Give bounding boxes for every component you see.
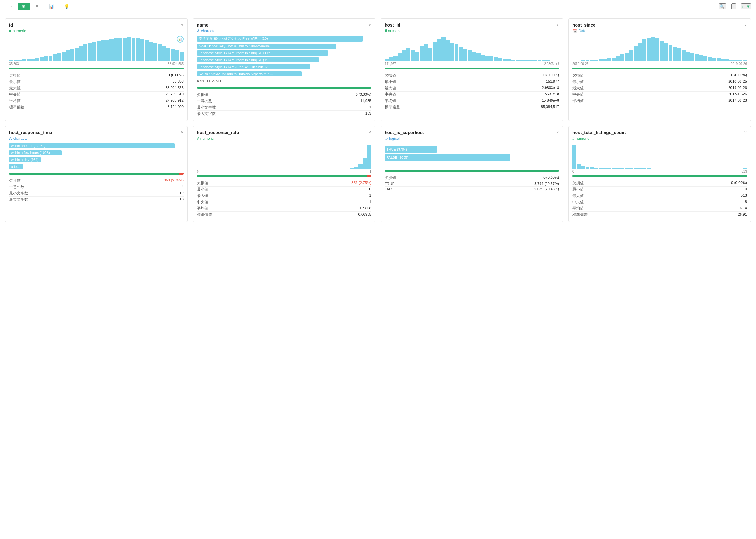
export-btn[interactable]: ↓ ▼ (741, 3, 751, 10)
tab-analytics[interactable]: 💡 (60, 3, 74, 10)
tab-summary[interactable]: ⊞ (18, 3, 30, 10)
histogram-bar (35, 58, 39, 61)
stats-row: 最大値1 (197, 193, 371, 199)
stats-value: 18 (180, 197, 184, 202)
histogram-bar (419, 46, 424, 61)
chevron-down-icon[interactable]: ∨ (181, 130, 184, 134)
stats-value: 26.91 (738, 212, 747, 217)
stats-label: 平均値 (385, 99, 396, 103)
stats-row: 最大値38,924,565 (9, 85, 184, 92)
histogram-bar (629, 168, 633, 169)
search-columns-btn[interactable]: 🔍 (719, 3, 726, 10)
col-title: host_is_superhost (385, 130, 424, 135)
chart-icon-btn[interactable]: 📊 (177, 36, 184, 42)
tab-table[interactable]: ⊞ (32, 3, 44, 10)
bar-label: Japanese Style TATAMI room in Shinjuku /… (197, 50, 328, 55)
histogram-bar (48, 55, 53, 61)
histogram-bar (498, 58, 502, 61)
stats-label: 標準偏差 (572, 212, 587, 217)
histogram-bar (354, 167, 358, 169)
histogram (9, 36, 184, 61)
chevron-down-icon[interactable]: ∨ (744, 23, 747, 27)
histogram-bar (88, 43, 92, 61)
histogram-bar (358, 164, 362, 169)
progress-fill (385, 67, 559, 69)
stats-label: 平均値 (9, 99, 21, 103)
stats-table: 欠損値0 (0.00%)最小値0最大値513中央値8平均値16.14標準偏差26… (572, 180, 747, 218)
chevron-down-icon[interactable]: ∨ (181, 23, 184, 27)
col-header: host_is_superhost∨ (385, 130, 559, 135)
axis-labels: 01 (197, 170, 371, 173)
stats-label: 最小値 (572, 187, 584, 192)
histogram (572, 143, 747, 169)
histogram-bar (394, 56, 398, 61)
histogram-bar (494, 57, 498, 61)
chevron-down-icon[interactable]: ∨ (556, 23, 559, 27)
histogram-bar (708, 57, 712, 61)
histogram-bar (594, 168, 598, 169)
histogram-bar (70, 49, 74, 61)
histogram-bar (721, 59, 725, 61)
tab-chart[interactable]: 📊 (45, 3, 59, 10)
progress-bar (572, 175, 747, 177)
stats-label: FALSE (385, 187, 396, 191)
histogram-bar (106, 40, 110, 61)
histogram-bar (743, 60, 747, 61)
stats-row: 中央値29,739,610 (9, 92, 184, 98)
stats-value: 2017-10-26 (728, 92, 747, 97)
main-content: id∨#numeric📊35,30338,924,565欠損値0 (0.00%)… (0, 13, 756, 227)
stats-label: 最大値 (9, 86, 21, 91)
stats-value: 353 (2.75%) (351, 181, 371, 186)
col-card-host_response_time: host_response_time∨Acharacterwithin an h… (5, 126, 188, 222)
col-header: name∨ (197, 23, 371, 28)
histogram-bar (131, 38, 136, 61)
histogram-bar (180, 52, 184, 61)
histogram-bar (468, 50, 472, 61)
stats-value: 0 (745, 187, 747, 192)
bar-item: 空港至近!都心へ好アクセス!Free WIFI!!! (20) (197, 36, 371, 42)
stats-row: 欠損値0 (0.00%) (197, 92, 371, 98)
progress-fill (197, 175, 371, 177)
stats-label: 最小値 (197, 187, 208, 192)
stats-row: 中央値2017-10-26 (572, 92, 747, 98)
nav-arrow-left[interactable]: → (5, 3, 17, 10)
stats-table: 欠損値0 (0.00%)最小値2010-06-25最大値2019-09-26中央… (572, 73, 747, 104)
histogram-bar (603, 59, 607, 61)
histogram-bar (23, 59, 27, 61)
stats-row: 最大文字数153 (197, 111, 371, 117)
bar-item: within a day (464) (9, 157, 184, 163)
stats-value: 0 (0.00%) (543, 73, 559, 78)
chevron-down-icon[interactable]: ∨ (368, 23, 371, 27)
histogram-bar (79, 46, 83, 61)
histogram-bar (586, 60, 590, 61)
progress-bar (9, 67, 184, 69)
stats-value: 0.9808 (360, 206, 371, 211)
histogram-bar (511, 60, 515, 61)
chevron-down-icon[interactable]: ∨ (368, 130, 371, 134)
bar-item: Japanese Style TATAMI room in Shinjuku /… (197, 50, 371, 56)
chevron-down-icon[interactable]: ∨ (556, 130, 559, 134)
stats-value: 0 (0.00%) (168, 73, 184, 78)
type-icon: 📅 (572, 29, 577, 33)
histogram-bar (638, 43, 642, 61)
histogram-bar (673, 47, 677, 61)
stats-label: 最大値 (572, 193, 584, 198)
stats-label: 最大値 (385, 86, 396, 91)
histogram-bar (616, 168, 620, 169)
chevron-down-icon[interactable]: ∨ (744, 130, 747, 134)
axis-min: 2010-06-25 (572, 62, 588, 66)
publish-btn[interactable]: ↑ (731, 3, 736, 10)
progress-bar (197, 87, 371, 89)
stats-label: 平均値 (572, 99, 584, 103)
axis-labels: 151,9772.9803e+8 (385, 62, 559, 66)
stats-label: 中央値 (197, 200, 208, 204)
histogram-bar (14, 60, 18, 61)
axis-labels: 2010-06-252019-09-26 (572, 62, 747, 66)
type-icon: # (572, 136, 574, 141)
stats-value: 2.9803e+8 (542, 86, 559, 91)
histogram-bar (66, 50, 70, 61)
progress-fill (9, 173, 184, 175)
histogram-bar (136, 38, 140, 61)
export-icon: ↓ (742, 4, 744, 9)
stats-value: 0 (0.00%) (731, 73, 747, 78)
